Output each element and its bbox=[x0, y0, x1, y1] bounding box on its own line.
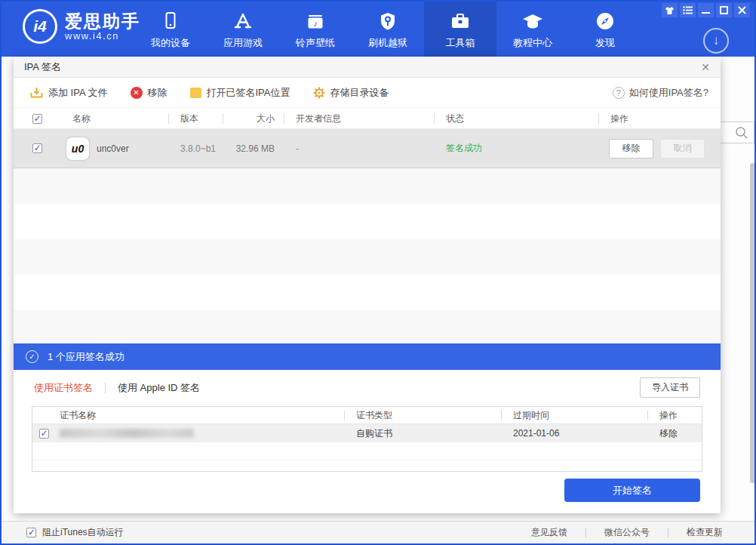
checkmark-icon: ✓ bbox=[41, 428, 48, 439]
col-cert-action: 操作 bbox=[647, 409, 702, 422]
nav-item-flash-jailbreak[interactable]: 刷机越狱 bbox=[352, 0, 424, 57]
tab-divider bbox=[105, 383, 106, 393]
empty-rows-area bbox=[14, 168, 721, 343]
checkmark-icon: ✓ bbox=[34, 113, 41, 124]
jailbreak-shield-icon bbox=[378, 11, 398, 31]
block-itunes-option[interactable]: ✓ 阻止iTunes自动运行 bbox=[2, 526, 124, 539]
cert-checkbox[interactable]: ✓ bbox=[39, 429, 49, 439]
col-cert-name: 证书名称 bbox=[55, 409, 344, 422]
row-remove-button[interactable]: 移除 bbox=[609, 139, 653, 159]
shirt-icon bbox=[665, 6, 675, 15]
remove-x-icon: ✕ bbox=[131, 87, 143, 99]
import-certificate-button[interactable]: 导入证书 bbox=[640, 377, 700, 398]
col-name: 名称 bbox=[60, 112, 168, 125]
i4-logo-icon: i4 bbox=[23, 9, 57, 44]
col-size: 大小 bbox=[223, 112, 284, 125]
block-itunes-label: 阻止iTunes自动运行 bbox=[42, 526, 124, 539]
col-cert-type: 证书类型 bbox=[344, 409, 501, 422]
download-manager-button[interactable]: ↓ bbox=[703, 28, 729, 54]
add-ipa-label: 添加 IPA 文件 bbox=[48, 86, 108, 100]
cert-remove-link[interactable]: 移除 bbox=[647, 427, 702, 440]
col-version: 版本 bbox=[168, 112, 223, 125]
feedback-link[interactable]: 意见反馈 bbox=[513, 526, 585, 539]
nav-item-apps-games[interactable]: 应用游戏 bbox=[207, 0, 279, 57]
sign-method-tabs: 使用证书签名 使用 Apple ID 签名 导入证书 bbox=[14, 370, 721, 406]
app-logo: i4 爱思助手 www.i4.cn bbox=[23, 9, 140, 44]
maximize-button[interactable] bbox=[716, 3, 732, 17]
menu-list-icon bbox=[683, 6, 693, 14]
app-developer: - bbox=[284, 143, 434, 154]
nav-label: 教程中心 bbox=[513, 36, 552, 50]
sign-success-banner: ✓ 1 个应用签名成功 bbox=[14, 343, 721, 370]
app-table-row-unc0ver[interactable]: ✓ u0 unc0ver 3.8.0~b1 32.96 MB - 签名成功 移除… bbox=[14, 129, 721, 168]
check-update-link[interactable]: 检查更新 bbox=[668, 526, 741, 539]
cert-expire-date: 2021-01-06 bbox=[501, 428, 647, 439]
ringtone-icon: ♪ bbox=[306, 11, 325, 31]
open-location-label: 打开已签名IPA位置 bbox=[207, 86, 290, 100]
dialog-titlebar: IPA 签名 ✕ bbox=[14, 57, 721, 78]
col-developer: 开发者信息 bbox=[284, 112, 434, 125]
phone-icon bbox=[161, 11, 180, 31]
import-file-icon bbox=[30, 87, 43, 99]
nav-item-ringtones-wallpapers[interactable]: ♪ 铃声壁纸 bbox=[279, 0, 352, 57]
nav-item-discover[interactable]: 发现 bbox=[569, 0, 641, 57]
certificate-table-header: 证书名称 证书类型 过期时间 操作 bbox=[32, 407, 702, 424]
graduation-cap-icon bbox=[521, 11, 544, 31]
start-signing-button[interactable]: 开始签名 bbox=[564, 479, 700, 502]
select-all-checkbox[interactable]: ✓ bbox=[32, 114, 42, 124]
dialog-toolbar: 添加 IPA 文件 ✕ 移除 打开已签名IPA位置 存储目录设备 bbox=[14, 78, 721, 108]
maximize-icon bbox=[720, 6, 728, 14]
nav-item-tutorial-center[interactable]: 教程中心 bbox=[496, 0, 569, 57]
block-itunes-checkbox[interactable]: ✓ bbox=[26, 528, 36, 537]
col-status: 状态 bbox=[434, 112, 598, 125]
cert-name-redacted bbox=[60, 429, 194, 438]
certificate-row[interactable]: ✓ 自购证书 2021-01-06 移除 bbox=[32, 424, 702, 442]
question-mark-icon: ? bbox=[613, 87, 625, 99]
app-url: www.i4.cn bbox=[65, 30, 140, 42]
app-title: 爱思助手 bbox=[65, 12, 140, 30]
nav-label: 应用游戏 bbox=[223, 36, 263, 50]
status-bar-links: 意见反馈 微信公众号 检查更新 bbox=[513, 526, 741, 539]
minimize-button[interactable] bbox=[698, 3, 714, 17]
app-size: 32.96 MB bbox=[223, 143, 284, 154]
app-version: 3.8.0~b1 bbox=[168, 143, 223, 154]
nav-label: 铃声壁纸 bbox=[296, 36, 335, 50]
ipa-sign-help-link[interactable]: ? 如何使用IPA签名? bbox=[613, 86, 708, 100]
open-signed-ipa-location-button[interactable]: 打开已签名IPA位置 bbox=[190, 86, 290, 100]
remove-ipa-button[interactable]: ✕ 移除 bbox=[131, 86, 167, 100]
main-menu-button[interactable] bbox=[680, 3, 696, 17]
skin-theme-button[interactable] bbox=[662, 3, 678, 17]
row-checkbox[interactable]: ✓ bbox=[32, 143, 42, 153]
dialog-close-icon[interactable]: ✕ bbox=[698, 60, 713, 75]
col-actions: 操作 bbox=[598, 112, 721, 125]
app-sign-status: 签名成功 bbox=[434, 142, 598, 155]
close-window-button[interactable] bbox=[734, 3, 750, 17]
app-header: i4 爱思助手 www.i4.cn 我的设备 应用游戏 ♪ 铃声壁 bbox=[0, 0, 756, 57]
tab-certificate-sign[interactable]: 使用证书签名 bbox=[34, 381, 93, 395]
tab-apple-id-sign[interactable]: 使用 Apple ID 签名 bbox=[118, 381, 200, 395]
check-circle-icon: ✓ bbox=[26, 350, 38, 363]
status-bar: ✓ 阻止iTunes自动运行 意见反馈 微信公众号 检查更新 bbox=[2, 521, 754, 543]
app-name: unc0ver bbox=[97, 143, 129, 154]
appstore-icon bbox=[233, 11, 253, 31]
down-arrow-icon: ↓ bbox=[713, 33, 720, 48]
nav-label: 刷机越狱 bbox=[368, 36, 407, 50]
add-ipa-button[interactable]: 添加 IPA 文件 bbox=[30, 86, 108, 100]
page-scrollbar[interactable] bbox=[750, 163, 755, 483]
storage-device-label: 存储目录设备 bbox=[330, 86, 389, 100]
nav-label: 发现 bbox=[595, 36, 615, 50]
app-table-header: ✓ 名称 版本 大小 开发者信息 状态 操作 bbox=[14, 109, 721, 129]
ipa-sign-dialog: IPA 签名 ✕ 添加 IPA 文件 ✕ 移除 打开已签名IPA位置 bbox=[14, 57, 721, 513]
nav-item-my-devices[interactable]: 我的设备 bbox=[134, 0, 207, 57]
gear-icon bbox=[313, 87, 325, 99]
nav-item-toolbox[interactable]: 工具箱 bbox=[424, 0, 496, 57]
checkmark-icon: ✓ bbox=[28, 527, 35, 537]
col-cert-expire: 过期时间 bbox=[501, 409, 647, 422]
unc0ver-app-icon: u0 bbox=[66, 137, 89, 160]
certificate-table: 证书名称 证书类型 过期时间 操作 ✓ 自购证书 2021-01-06 移除 bbox=[32, 406, 702, 472]
window-controls bbox=[662, 3, 750, 17]
row-cancel-button: 取消 bbox=[660, 139, 705, 159]
storage-directory-device-button[interactable]: 存储目录设备 bbox=[313, 86, 389, 100]
wechat-account-link[interactable]: 微信公众号 bbox=[586, 526, 668, 539]
svg-text:♪: ♪ bbox=[313, 19, 318, 28]
